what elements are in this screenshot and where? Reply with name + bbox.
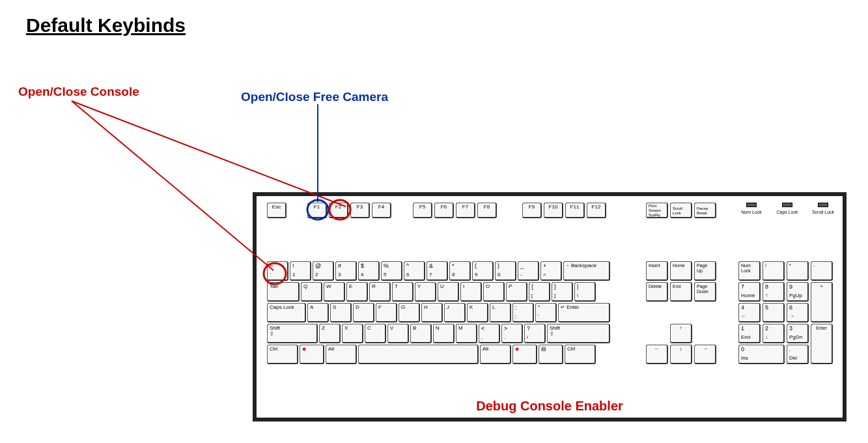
key-np-r3-2: 6→ (787, 303, 809, 322)
key-f: F (376, 303, 397, 322)
key-np-r3-1: 5 (763, 303, 785, 322)
key-bottom-0: Ctrl (267, 345, 298, 364)
key-q: Q (301, 282, 322, 302)
key-x: X (342, 324, 363, 343)
key-page-up: PageUp (694, 261, 716, 281)
key-semi-1: "' (535, 303, 557, 322)
key-np-r2-1: 8↑ (763, 282, 785, 302)
key-punct-0: <, (479, 324, 500, 343)
key-np-0: 0Ins (738, 345, 785, 364)
key-f7: F7 (456, 203, 475, 218)
key-f9: F9 (522, 203, 542, 218)
key-z: Z (319, 324, 341, 343)
key-shift-right: Shift⇧ (547, 324, 610, 343)
key-j: J (444, 303, 466, 322)
key-backspace: ←Backspace (563, 261, 610, 281)
key-o: O (483, 282, 505, 302)
key-num-6: ^6 (404, 261, 425, 281)
key-p: P (506, 282, 527, 302)
key-np-plus: + (811, 282, 833, 322)
key-semi-0: :; (512, 303, 534, 322)
key-arrow-left: ← (646, 345, 668, 364)
key-f2: F2 (329, 203, 348, 218)
key-num-8: *8 (449, 261, 471, 281)
key-bottom-3 (358, 345, 479, 364)
key-num-12: += (540, 261, 562, 281)
key-enter: ↵ Enter (558, 303, 610, 322)
key-punct-1: >. (501, 324, 523, 343)
key-np-r4-1: 2↓ (763, 324, 785, 343)
key-bottom-5: ◆ (512, 345, 537, 364)
key-g: G (399, 303, 420, 322)
key-np-r2-2: 9PgUp (787, 282, 809, 302)
key-num-3: #3 (335, 261, 357, 281)
indicator-scroll-lock: Scroll Lock (810, 203, 836, 215)
svg-line-0 (72, 101, 346, 207)
key-num-4: $4 (358, 261, 380, 281)
key-f6: F6 (434, 203, 454, 218)
key-u: U (438, 282, 459, 302)
key-c: C (365, 324, 386, 343)
key-num-5: %5 (381, 261, 402, 281)
key-num-7: &7 (427, 261, 448, 281)
key-end: End (670, 282, 692, 302)
keyboard-frame: Debug Console Enabler EscF1F2F3F4F5F6F7F… (253, 192, 847, 422)
key-s: S (330, 303, 352, 322)
page-title: Default Keybinds (26, 14, 186, 36)
key-a: A (307, 303, 329, 322)
key-k: K (467, 303, 488, 322)
key-tab: Tab (267, 282, 300, 302)
key-f3: F3 (350, 203, 370, 218)
key-bottom-6: ▤ (539, 345, 563, 364)
key-np-r3-0: 4← (738, 303, 761, 322)
key-np-dot: .Del (787, 345, 809, 364)
key-page-down: PageDown (694, 282, 716, 302)
key-h: H (421, 303, 443, 322)
key-np-r1-3: - (811, 261, 833, 281)
key-f12: F12 (587, 203, 606, 218)
key-punct-2: ?/ (524, 324, 546, 343)
indicator-num-lock: Num Lock (738, 203, 764, 215)
key-e: E (346, 282, 368, 302)
key-num-2: @2 (313, 261, 334, 281)
key-t: T (392, 282, 413, 302)
indicator-caps-lock: Caps Lock (774, 203, 800, 215)
key-f11: F11 (565, 203, 585, 218)
key-capslock: Caps Lock (267, 303, 306, 322)
diagram-canvas: { "title": "Default Keybinds", "labels":… (0, 0, 868, 443)
key-num-1: !1 (290, 261, 311, 281)
key-bottom-1: ◆ (300, 345, 324, 364)
key-f4: F4 (372, 203, 391, 218)
key-d: D (353, 303, 374, 322)
label-open-close-camera: Open/Close Free Camera (241, 90, 388, 104)
key-np-r4-2: 3PgDn (787, 324, 809, 343)
key-bracket-2: |\ (574, 282, 596, 302)
key-bracket-1: }] (552, 282, 573, 302)
key-np-r1-1: / (763, 261, 785, 281)
key-shift-left: Shift⇧ (267, 324, 318, 343)
key-num-9: (9 (472, 261, 494, 281)
label-open-close-console: Open/Close Console (18, 85, 139, 99)
key-f5: F5 (413, 203, 432, 218)
key-y: Y (415, 282, 436, 302)
key-np-enter: Enter (811, 324, 833, 364)
key-delete: Delete (646, 282, 668, 302)
key-esc: Esc (267, 203, 287, 218)
key-m: M (456, 324, 477, 343)
key-num-11: _- (518, 261, 539, 281)
key-bottom-2: Alt (326, 345, 357, 364)
key-np-r4-0: 1End (738, 324, 761, 343)
key-bracket-0: {[ (529, 282, 550, 302)
key-insert: Insert (646, 261, 668, 281)
key-arrow-right: → (694, 345, 716, 364)
key-w: W (324, 282, 345, 302)
key-np-r2-0: 7Home (738, 282, 761, 302)
key-r: R (369, 282, 391, 302)
key-num-10: )0 (495, 261, 516, 281)
key-n: N (433, 324, 455, 343)
key-b: B (410, 324, 432, 343)
key-f8: F8 (477, 203, 497, 218)
key-bottom-7: Ctrl (565, 345, 596, 364)
key-bottom-4: Alt (480, 345, 511, 364)
key-np-r1-0: Num Lock (738, 261, 761, 281)
